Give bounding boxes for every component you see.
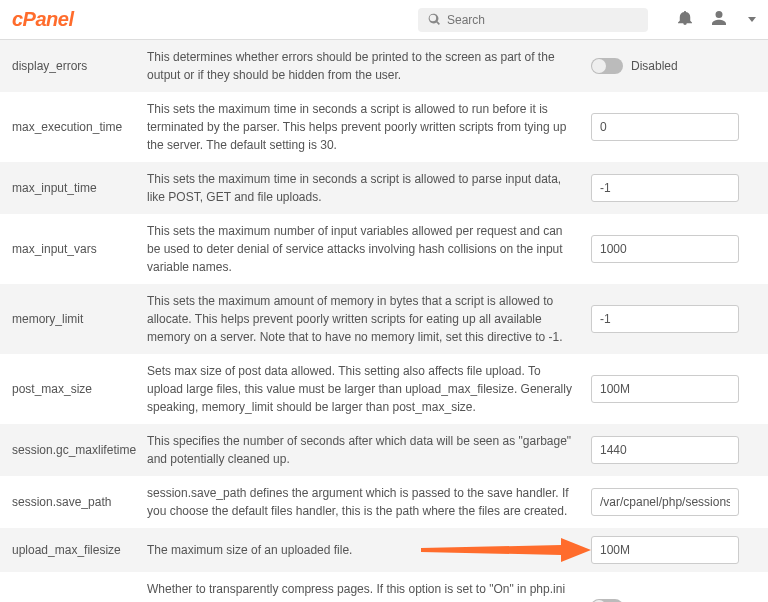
table-row: max_input_timeThis sets the maximum time… <box>0 162 768 214</box>
setting-name: memory_limit <box>12 312 147 326</box>
setting-input[interactable] <box>591 113 739 141</box>
setting-control <box>591 488 756 516</box>
table-row: memory_limitThis sets the maximum amount… <box>0 284 768 354</box>
setting-control <box>591 375 756 403</box>
setting-control <box>591 113 756 141</box>
setting-description: Sets max size of post data allowed. This… <box>147 362 591 416</box>
table-row: session.save_pathsession.save_path defin… <box>0 476 768 528</box>
setting-input[interactable] <box>591 174 739 202</box>
table-row: zlib.output_compressionWhether to transp… <box>0 572 768 602</box>
setting-input[interactable] <box>591 436 739 464</box>
search-box[interactable] <box>418 8 648 32</box>
toggle-label: Disabled <box>631 59 678 73</box>
search-icon <box>428 13 441 26</box>
setting-control <box>591 305 756 333</box>
setting-name: max_execution_time <box>12 120 147 134</box>
setting-description: This specifies the number of seconds aft… <box>147 432 591 468</box>
setting-description: Whether to transparently compress pages.… <box>147 580 591 602</box>
table-row: max_execution_timeThis sets the maximum … <box>0 92 768 162</box>
setting-description: This sets the maximum number of input va… <box>147 222 591 276</box>
setting-name: max_input_time <box>12 181 147 195</box>
setting-name: post_max_size <box>12 382 147 396</box>
cpanel-logo <box>12 8 74 31</box>
setting-description: This sets the maximum time in seconds a … <box>147 170 591 206</box>
setting-name: max_input_vars <box>12 242 147 256</box>
bell-icon[interactable] <box>678 11 692 28</box>
setting-input[interactable] <box>591 375 739 403</box>
search-input[interactable] <box>447 13 638 27</box>
setting-description: This sets the maximum time in seconds a … <box>147 100 591 154</box>
table-row: upload_max_filesizeThe maximum size of a… <box>0 528 768 572</box>
setting-control <box>591 536 756 564</box>
setting-control: Disabled <box>591 58 756 74</box>
setting-control <box>591 436 756 464</box>
setting-name: session.save_path <box>12 495 147 509</box>
setting-name: session.gc_maxlifetime <box>12 443 147 457</box>
table-row: max_input_varsThis sets the maximum numb… <box>0 214 768 284</box>
table-row: display_errorsThis determines whether er… <box>0 40 768 92</box>
setting-name: display_errors <box>12 59 147 73</box>
setting-control <box>591 174 756 202</box>
setting-input[interactable] <box>591 536 739 564</box>
setting-description: The maximum size of an uploaded file. <box>147 541 591 559</box>
setting-description: session.save_path defines the argument w… <box>147 484 591 520</box>
setting-input[interactable] <box>591 235 739 263</box>
setting-control <box>591 235 756 263</box>
user-menu-caret[interactable] <box>748 17 756 22</box>
toggle[interactable]: Disabled <box>591 58 756 74</box>
user-icon[interactable] <box>712 11 726 28</box>
setting-input[interactable] <box>591 488 739 516</box>
setting-input[interactable] <box>591 305 739 333</box>
setting-description: This sets the maximum amount of memory i… <box>147 292 591 346</box>
table-row: session.gc_maxlifetimeThis specifies the… <box>0 424 768 476</box>
settings-table: display_errorsThis determines whether er… <box>0 40 768 602</box>
setting-description: This determines whether errors should be… <box>147 48 591 84</box>
table-row: post_max_sizeSets max size of post data … <box>0 354 768 424</box>
toggle-switch[interactable] <box>591 58 623 74</box>
setting-name: upload_max_filesize <box>12 543 147 557</box>
top-header <box>0 0 768 40</box>
